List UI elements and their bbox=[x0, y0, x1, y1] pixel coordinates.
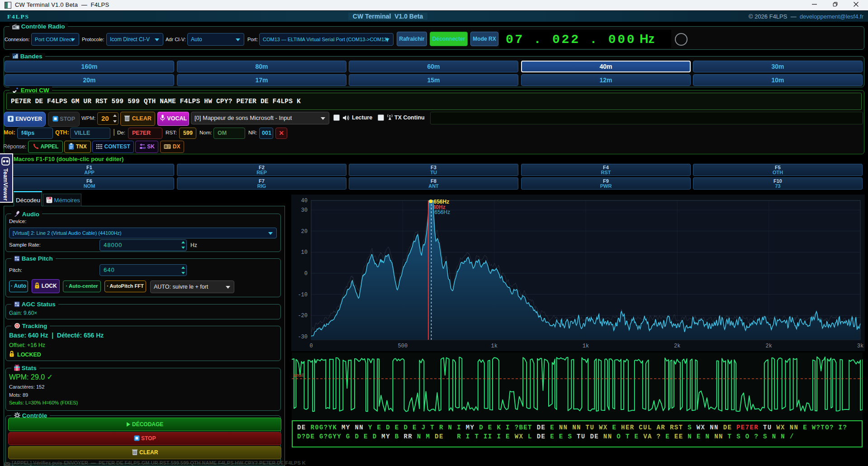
svg-text:1k: 1k bbox=[583, 343, 589, 349]
svg-text:30: 30 bbox=[301, 207, 308, 214]
svg-text:0: 0 bbox=[304, 271, 308, 277]
svg-text:656Hz: 656Hz bbox=[434, 199, 450, 205]
svg-text:20: 20 bbox=[301, 228, 308, 235]
svg-text:500: 500 bbox=[398, 343, 408, 349]
svg-text:2k: 2k bbox=[765, 343, 772, 349]
svg-text:-30: -30 bbox=[298, 334, 308, 340]
svg-text:0: 0 bbox=[309, 343, 313, 349]
svg-text:-20: -20 bbox=[298, 313, 308, 319]
svg-text:1k: 1k bbox=[491, 343, 497, 349]
svg-text:-10: -10 bbox=[298, 292, 308, 298]
svg-text:656Hz: 656Hz bbox=[435, 209, 451, 215]
svg-text:3k: 3k bbox=[857, 343, 863, 349]
svg-text:40: 40 bbox=[301, 198, 308, 204]
svg-text:10: 10 bbox=[301, 249, 308, 256]
svg-text:2k: 2k bbox=[674, 343, 680, 349]
svg-text:seuil: seuil bbox=[293, 372, 304, 378]
